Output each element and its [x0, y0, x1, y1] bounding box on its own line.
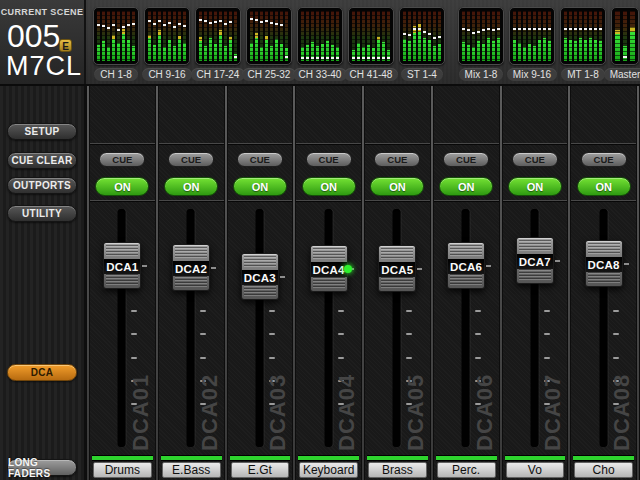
- fader-cap-notch: [417, 268, 422, 270]
- meter-bar: [178, 11, 181, 61]
- meter-bar: [497, 11, 500, 61]
- meter-bar: [183, 11, 186, 61]
- strip-separator: [225, 86, 227, 480]
- on-button[interactable]: ON: [302, 177, 356, 196]
- meter-block[interactable]: CH 9-16: [144, 7, 190, 81]
- meter-bar: [362, 11, 365, 61]
- peak-indicator: [122, 26, 125, 28]
- utility-button[interactable]: UTILITY: [7, 205, 77, 222]
- peak-indicator: [153, 23, 156, 25]
- peak-indicator: [183, 25, 186, 27]
- peak-indicator: [280, 24, 283, 26]
- outports-button[interactable]: OUTPORTS: [7, 177, 77, 194]
- meter-block[interactable]: CH 1-8: [93, 7, 139, 81]
- channel-name-label[interactable]: Cho: [574, 462, 633, 478]
- cue-button[interactable]: CUE: [99, 152, 145, 167]
- fader-cap[interactable]: DCA1: [103, 242, 141, 289]
- on-button[interactable]: ON: [439, 177, 493, 196]
- cue-button[interactable]: CUE: [581, 152, 627, 167]
- meter-box: [560, 7, 606, 65]
- meter-bar: [173, 11, 176, 61]
- cue-button[interactable]: CUE: [306, 152, 352, 167]
- dca-bank-button[interactable]: DCA: [7, 364, 77, 381]
- peak-indicator: [326, 57, 329, 59]
- meter-level: [199, 41, 202, 61]
- meter-block-label: Mix 1-8: [459, 68, 504, 81]
- meter-block[interactable]: CH 41-48: [348, 7, 394, 81]
- meter-block[interactable]: CH 25-32: [246, 7, 292, 81]
- peak-indicator: [255, 19, 258, 21]
- fader-cap[interactable]: DCA2: [172, 244, 210, 291]
- meter-box: [611, 7, 639, 65]
- strip-separator: [362, 86, 364, 480]
- channel-name-label[interactable]: Drums: [93, 462, 152, 478]
- fader-scale-tick: [544, 357, 550, 359]
- channel-name-label[interactable]: Keyboard: [299, 462, 358, 478]
- meter-level: [594, 40, 597, 62]
- cue-button[interactable]: CUE: [443, 152, 489, 167]
- peak-indicator: [336, 57, 339, 59]
- meter-block[interactable]: MT 1-8: [560, 7, 606, 81]
- cue-button[interactable]: CUE: [374, 152, 420, 167]
- meter-yellow-segment: [615, 30, 620, 34]
- meter-bar: [574, 11, 577, 61]
- on-button[interactable]: ON: [577, 177, 631, 196]
- fader-scale-tick: [200, 333, 206, 335]
- fader-cap[interactable]: DCA7: [516, 237, 554, 284]
- cue-button[interactable]: CUE: [168, 152, 214, 167]
- fader-track[interactable]: [256, 209, 263, 447]
- long-faders-button[interactable]: LONG FADERS: [7, 459, 77, 476]
- cue-button[interactable]: CUE: [512, 152, 558, 167]
- channel-name-label[interactable]: E.Bass: [162, 462, 221, 478]
- meter-level: [579, 38, 582, 61]
- channel-name-label[interactable]: Perc.: [437, 462, 496, 478]
- fader-cap[interactable]: DCA3: [241, 253, 279, 300]
- peak-indicator: [433, 37, 436, 39]
- channel-name-label[interactable]: E.Gt: [231, 462, 290, 478]
- meter-level: [492, 41, 495, 61]
- meter-block[interactable]: Mix 1-8: [458, 7, 504, 81]
- fader-scale-tick: [613, 357, 619, 359]
- fader-cap[interactable]: DCA5: [378, 245, 416, 292]
- meter-block[interactable]: CH 17-24: [195, 7, 241, 81]
- meter-level: [107, 47, 110, 61]
- meter-block[interactable]: CH 33-40: [297, 7, 343, 81]
- setup-button[interactable]: SETUP: [7, 123, 77, 140]
- meter-level: [163, 47, 166, 61]
- meter-level: [387, 50, 390, 62]
- on-button[interactable]: ON: [508, 177, 562, 196]
- meter-level: [219, 35, 222, 61]
- fader-cap[interactable]: DCA4: [310, 245, 348, 292]
- on-button[interactable]: ON: [164, 177, 218, 196]
- peak-indicator: [357, 57, 360, 59]
- cue-button[interactable]: CUE: [237, 152, 283, 167]
- meter-level: [589, 38, 592, 62]
- channel-name-label[interactable]: Vo: [506, 462, 565, 478]
- meter-level: [204, 46, 207, 61]
- fader-cap[interactable]: DCA6: [447, 242, 485, 289]
- divider: [503, 143, 568, 144]
- meter-bar: [462, 11, 465, 61]
- meter-bar: [306, 11, 309, 61]
- meter-yellow-segment: [122, 29, 125, 34]
- meter-block[interactable]: Master: [611, 7, 639, 81]
- peak-indicator: [219, 20, 222, 22]
- meter-block[interactable]: Mix 9-16: [509, 7, 555, 81]
- meter-bar: [423, 11, 426, 61]
- on-button[interactable]: ON: [233, 177, 287, 196]
- meter-bar: [199, 11, 202, 61]
- meter-bar: [492, 11, 495, 61]
- cue-clear-button[interactable]: CUE CLEAR: [7, 152, 77, 169]
- on-button[interactable]: ON: [370, 177, 424, 196]
- on-button[interactable]: ON: [95, 177, 149, 196]
- meter-block[interactable]: ST 1-4: [399, 7, 445, 81]
- fader-cap-notch: [211, 267, 216, 269]
- meter-bar: [438, 11, 441, 61]
- divider: [159, 143, 224, 144]
- meter-level: [418, 32, 421, 61]
- channel-name-label[interactable]: Brass: [368, 462, 427, 478]
- peak-indicator: [250, 18, 253, 20]
- meter-level: [528, 44, 531, 61]
- fader-cap[interactable]: DCA8: [585, 240, 623, 287]
- peak-indicator: [462, 28, 465, 30]
